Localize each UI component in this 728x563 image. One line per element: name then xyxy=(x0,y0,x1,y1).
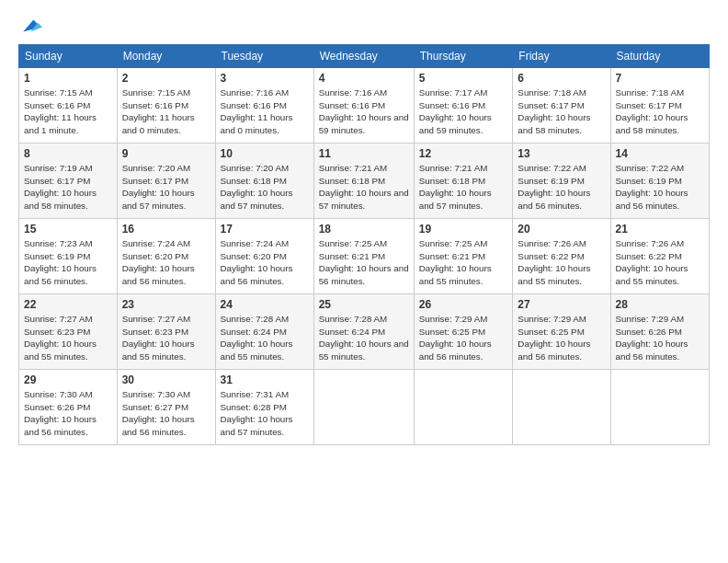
day-info: Sunrise: 7:21 AM Sunset: 6:18 PM Dayligh… xyxy=(319,162,409,213)
calendar-cell: 18 Sunrise: 7:25 AM Sunset: 6:21 PM Dayl… xyxy=(313,219,414,294)
day-number: 21 xyxy=(616,223,704,236)
day-number: 24 xyxy=(221,298,309,311)
calendar-cell: 24 Sunrise: 7:28 AM Sunset: 6:24 PM Dayl… xyxy=(215,294,313,370)
calendar-cell: 15 Sunrise: 7:23 AM Sunset: 6:19 PM Dayl… xyxy=(19,219,118,294)
day-number: 3 xyxy=(221,72,309,85)
day-info: Sunrise: 7:16 AM Sunset: 6:16 PM Dayligh… xyxy=(319,86,409,137)
calendar-cell: 10 Sunrise: 7:20 AM Sunset: 6:18 PM Dayl… xyxy=(215,144,313,219)
day-info: Sunrise: 7:29 AM Sunset: 6:25 PM Dayligh… xyxy=(419,313,508,363)
calendar-header-cell: Thursday xyxy=(414,45,513,68)
calendar-cell: 29 Sunrise: 7:30 AM Sunset: 6:26 PM Dayl… xyxy=(19,370,118,445)
calendar-body: 1 Sunrise: 7:15 AM Sunset: 6:16 PM Dayli… xyxy=(19,68,710,445)
day-info: Sunrise: 7:24 AM Sunset: 6:20 PM Dayligh… xyxy=(221,237,309,288)
calendar-cell: 14 Sunrise: 7:22 AM Sunset: 6:19 PM Dayl… xyxy=(610,144,709,219)
calendar-cell: 6 Sunrise: 7:18 AM Sunset: 6:17 PM Dayli… xyxy=(513,68,610,144)
calendar-header-cell: Tuesday xyxy=(215,45,313,68)
day-number: 11 xyxy=(319,147,409,160)
calendar-cell: 16 Sunrise: 7:24 AM Sunset: 6:20 PM Dayl… xyxy=(117,219,215,294)
day-number: 28 xyxy=(616,298,704,311)
day-number: 26 xyxy=(419,298,508,311)
calendar-cell: 4 Sunrise: 7:16 AM Sunset: 6:16 PM Dayli… xyxy=(313,68,414,144)
calendar-week-row: 22 Sunrise: 7:27 AM Sunset: 6:23 PM Dayl… xyxy=(19,294,710,370)
day-number: 31 xyxy=(221,373,309,386)
calendar-cell: 2 Sunrise: 7:15 AM Sunset: 6:16 PM Dayli… xyxy=(117,68,215,144)
day-number: 19 xyxy=(419,223,508,236)
day-info: Sunrise: 7:17 AM Sunset: 6:16 PM Dayligh… xyxy=(419,86,508,137)
calendar-cell: 3 Sunrise: 7:16 AM Sunset: 6:16 PM Dayli… xyxy=(215,68,313,144)
calendar-cell xyxy=(513,370,610,445)
day-number: 2 xyxy=(122,72,210,85)
calendar-cell: 8 Sunrise: 7:19 AM Sunset: 6:17 PM Dayli… xyxy=(19,144,118,219)
day-number: 18 xyxy=(319,223,409,236)
day-info: Sunrise: 7:28 AM Sunset: 6:24 PM Dayligh… xyxy=(221,313,309,363)
day-info: Sunrise: 7:27 AM Sunset: 6:23 PM Dayligh… xyxy=(24,313,112,363)
calendar-cell: 26 Sunrise: 7:29 AM Sunset: 6:25 PM Dayl… xyxy=(414,294,513,370)
day-number: 9 xyxy=(122,147,210,160)
day-number: 20 xyxy=(518,223,605,236)
day-number: 27 xyxy=(518,298,605,311)
day-info: Sunrise: 7:30 AM Sunset: 6:27 PM Dayligh… xyxy=(122,388,210,439)
calendar-cell: 19 Sunrise: 7:25 AM Sunset: 6:21 PM Dayl… xyxy=(414,219,513,294)
calendar-cell: 22 Sunrise: 7:27 AM Sunset: 6:23 PM Dayl… xyxy=(19,294,118,370)
day-info: Sunrise: 7:25 AM Sunset: 6:21 PM Dayligh… xyxy=(419,237,508,288)
day-info: Sunrise: 7:29 AM Sunset: 6:25 PM Dayligh… xyxy=(518,313,605,363)
day-info: Sunrise: 7:19 AM Sunset: 6:17 PM Dayligh… xyxy=(24,162,112,213)
page: SundayMondayTuesdayWednesdayThursdayFrid… xyxy=(0,0,728,563)
day-info: Sunrise: 7:27 AM Sunset: 6:23 PM Dayligh… xyxy=(122,313,210,363)
calendar-cell xyxy=(610,370,709,445)
day-number: 5 xyxy=(419,72,508,85)
day-info: Sunrise: 7:15 AM Sunset: 6:16 PM Dayligh… xyxy=(122,86,210,137)
calendar-cell: 23 Sunrise: 7:27 AM Sunset: 6:23 PM Dayl… xyxy=(117,294,215,370)
day-number: 8 xyxy=(24,147,112,160)
logo xyxy=(18,15,42,37)
day-info: Sunrise: 7:28 AM Sunset: 6:24 PM Dayligh… xyxy=(319,313,409,363)
day-info: Sunrise: 7:26 AM Sunset: 6:22 PM Dayligh… xyxy=(616,237,704,288)
calendar-cell: 1 Sunrise: 7:15 AM Sunset: 6:16 PM Dayli… xyxy=(19,68,118,144)
day-number: 23 xyxy=(122,298,210,311)
day-info: Sunrise: 7:15 AM Sunset: 6:16 PM Dayligh… xyxy=(24,86,112,137)
calendar-cell xyxy=(313,370,414,445)
day-info: Sunrise: 7:29 AM Sunset: 6:26 PM Dayligh… xyxy=(616,313,704,363)
calendar-cell: 5 Sunrise: 7:17 AM Sunset: 6:16 PM Dayli… xyxy=(414,68,513,144)
day-number: 7 xyxy=(616,72,704,85)
calendar-cell: 21 Sunrise: 7:26 AM Sunset: 6:22 PM Dayl… xyxy=(610,219,709,294)
day-info: Sunrise: 7:18 AM Sunset: 6:17 PM Dayligh… xyxy=(616,86,704,137)
calendar-cell: 30 Sunrise: 7:30 AM Sunset: 6:27 PM Dayl… xyxy=(117,370,215,445)
calendar-week-row: 29 Sunrise: 7:30 AM Sunset: 6:26 PM Dayl… xyxy=(19,370,710,445)
day-number: 14 xyxy=(616,147,704,160)
calendar-cell: 31 Sunrise: 7:31 AM Sunset: 6:28 PM Dayl… xyxy=(215,370,313,445)
calendar-cell: 20 Sunrise: 7:26 AM Sunset: 6:22 PM Dayl… xyxy=(513,219,610,294)
logo-icon xyxy=(20,15,42,37)
day-info: Sunrise: 7:18 AM Sunset: 6:17 PM Dayligh… xyxy=(518,86,605,137)
day-info: Sunrise: 7:16 AM Sunset: 6:16 PM Dayligh… xyxy=(221,86,309,137)
calendar-cell: 27 Sunrise: 7:29 AM Sunset: 6:25 PM Dayl… xyxy=(513,294,610,370)
calendar-header-cell: Monday xyxy=(117,45,215,68)
calendar-week-row: 15 Sunrise: 7:23 AM Sunset: 6:19 PM Dayl… xyxy=(19,219,710,294)
day-number: 25 xyxy=(319,298,409,311)
day-info: Sunrise: 7:22 AM Sunset: 6:19 PM Dayligh… xyxy=(518,162,605,213)
calendar-cell xyxy=(414,370,513,445)
day-number: 6 xyxy=(518,72,605,85)
day-number: 4 xyxy=(319,72,409,85)
calendar-week-row: 8 Sunrise: 7:19 AM Sunset: 6:17 PM Dayli… xyxy=(19,144,710,219)
day-info: Sunrise: 7:24 AM Sunset: 6:20 PM Dayligh… xyxy=(122,237,210,288)
header xyxy=(18,15,710,37)
day-number: 1 xyxy=(24,72,112,85)
calendar-cell: 25 Sunrise: 7:28 AM Sunset: 6:24 PM Dayl… xyxy=(313,294,414,370)
calendar-cell: 17 Sunrise: 7:24 AM Sunset: 6:20 PM Dayl… xyxy=(215,219,313,294)
calendar-table: SundayMondayTuesdayWednesdayThursdayFrid… xyxy=(18,44,710,445)
calendar-header-cell: Friday xyxy=(513,45,610,68)
day-info: Sunrise: 7:30 AM Sunset: 6:26 PM Dayligh… xyxy=(24,388,112,439)
calendar-cell: 13 Sunrise: 7:22 AM Sunset: 6:19 PM Dayl… xyxy=(513,144,610,219)
calendar-week-row: 1 Sunrise: 7:15 AM Sunset: 6:16 PM Dayli… xyxy=(19,68,710,144)
day-number: 15 xyxy=(24,223,112,236)
day-number: 22 xyxy=(24,298,112,311)
day-number: 12 xyxy=(419,147,508,160)
day-number: 29 xyxy=(24,373,112,386)
day-number: 16 xyxy=(122,223,210,236)
day-info: Sunrise: 7:31 AM Sunset: 6:28 PM Dayligh… xyxy=(221,388,309,439)
day-info: Sunrise: 7:22 AM Sunset: 6:19 PM Dayligh… xyxy=(616,162,704,213)
calendar-cell: 28 Sunrise: 7:29 AM Sunset: 6:26 PM Dayl… xyxy=(610,294,709,370)
day-info: Sunrise: 7:21 AM Sunset: 6:18 PM Dayligh… xyxy=(419,162,508,213)
calendar-header-cell: Sunday xyxy=(19,45,118,68)
